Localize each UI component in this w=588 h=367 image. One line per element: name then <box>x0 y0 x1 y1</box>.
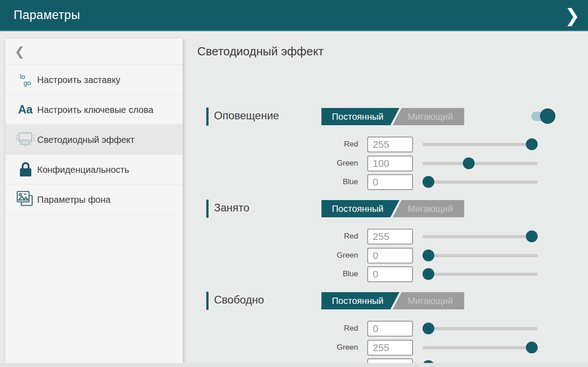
segment-blinking-label: Мигающий <box>396 204 464 214</box>
channel-slider[interactable] <box>423 154 538 173</box>
segment-blinking-label: Мигающий <box>396 296 464 306</box>
slider-track <box>423 162 538 165</box>
slider-thumb[interactable] <box>526 138 538 150</box>
mode-segmented-control: Мигающий Постоянный <box>321 200 464 217</box>
channel-slider[interactable] <box>423 227 538 246</box>
sidebar-item-label: Параметры фона <box>37 194 111 206</box>
channel-label: Green <box>301 338 358 357</box>
channel-label: Blue <box>301 264 358 284</box>
sidebar-item-3[interactable]: Конфиденциальность <box>5 155 183 185</box>
channel-value-input[interactable] <box>367 137 413 152</box>
sidebar-item-label: Светодиодный эффект <box>37 134 135 146</box>
channel-slider[interactable] <box>423 172 538 191</box>
led-section-0: Оповещение Мигающий Постоянный Red Green… <box>197 106 588 196</box>
back-chevron-icon: ❮ <box>15 44 25 59</box>
mode-segmented-control: Мигающий Постоянный <box>321 292 464 309</box>
forward-chevron-icon[interactable]: ❯ <box>564 4 580 27</box>
channel-slider[interactable] <box>423 135 538 154</box>
sidebar-item-1[interactable]: Aa Настроить ключевые слова <box>5 95 183 125</box>
toggle-knob <box>540 108 555 124</box>
section-title: Оповещение <box>214 109 279 122</box>
sidebar-menu: logo Настроить заставку Aa Настроить клю… <box>5 65 183 215</box>
channel-label: Blue <box>301 172 358 191</box>
slider-track <box>423 235 538 238</box>
segment-constant-label: Постоянный <box>321 204 394 214</box>
led-effect-icon <box>15 132 36 148</box>
sidebar-item-4[interactable]: Параметры фона <box>5 185 183 215</box>
slider-thumb[interactable] <box>423 250 434 261</box>
sidebar-item-2[interactable]: Светодиодный эффект <box>5 125 183 155</box>
channel-row-red: Red <box>197 227 588 246</box>
channel-label: Green <box>301 246 358 265</box>
channel-value-input[interactable] <box>367 321 413 337</box>
segment-constant-label: Постоянный <box>321 112 394 122</box>
sidebar-item-label: Настроить ключевые слова <box>37 104 153 116</box>
sidebar-item-label: Настроить заставку <box>37 74 120 86</box>
slider-track <box>423 254 538 257</box>
channel-label: Red <box>301 135 358 154</box>
background-icon <box>16 190 35 209</box>
channel-slider[interactable] <box>423 246 538 265</box>
channel-row-green: Green <box>197 246 588 265</box>
section-title: Занято <box>214 201 249 214</box>
main-content: Светодиодный эффект Оповещение Мигающий … <box>197 39 588 367</box>
channel-row-blue: Blue <box>197 264 588 284</box>
page-title: Параметры <box>0 8 80 22</box>
app-header: Параметры ❯ <box>0 0 588 31</box>
slider-thumb[interactable] <box>526 342 538 353</box>
channel-value-input[interactable] <box>367 248 413 264</box>
slider-thumb[interactable] <box>526 230 538 242</box>
section-accent-bar <box>206 108 209 126</box>
channel-row-red: Red <box>197 319 588 338</box>
channel-value-input[interactable] <box>367 156 413 171</box>
sidebar-back-button[interactable]: ❮ <box>5 39 183 65</box>
slider-thumb[interactable] <box>423 268 434 280</box>
channel-row-green: Green <box>197 154 588 173</box>
mode-segmented-control: Мигающий Постоянный <box>321 108 464 125</box>
slider-track <box>423 346 538 349</box>
channel-label: Green <box>301 154 358 173</box>
channel-label: Red <box>301 227 358 246</box>
slider-track <box>423 181 538 184</box>
content-title: Светодиодный эффект <box>197 44 324 59</box>
channel-value-input[interactable] <box>367 266 413 282</box>
channel-row-red: Red <box>197 135 588 154</box>
channel-value-input[interactable] <box>367 340 413 356</box>
sidebar: ❮ logo Настроить заставку Aa Настроить к… <box>5 39 183 363</box>
led-section-2: Свободно Мигающий Постоянный Red Green B… <box>197 290 588 367</box>
settings-screen: Параметры ❯ ❮ logo Настроить заставку Aa… <box>0 0 588 367</box>
sidebar-item-0[interactable]: logo Настроить заставку <box>5 65 183 95</box>
channel-value-input[interactable] <box>367 174 413 190</box>
section-accent-bar <box>206 200 209 218</box>
section-title: Свободно <box>214 294 264 306</box>
channel-row-green: Green <box>197 338 588 357</box>
bottom-strip <box>0 363 588 367</box>
channel-label: Red <box>301 319 358 338</box>
segment-constant-label: Постоянный <box>321 296 394 306</box>
segment-blinking-label: Мигающий <box>396 112 464 122</box>
slider-thumb[interactable] <box>423 323 434 334</box>
enable-toggle[interactable] <box>531 108 559 124</box>
slider-track <box>423 143 538 146</box>
channel-slider[interactable] <box>423 338 538 357</box>
channel-value-input[interactable] <box>367 229 413 245</box>
section-accent-bar <box>206 292 209 310</box>
slider-thumb[interactable] <box>463 157 475 169</box>
logo-icon: logo <box>20 73 31 86</box>
keywords-icon: Aa <box>18 103 33 116</box>
slider-track <box>423 273 538 276</box>
channel-row-blue: Blue <box>197 172 588 191</box>
channel-slider[interactable] <box>423 319 538 338</box>
sidebar-item-label: Конфиденциальность <box>37 164 129 176</box>
lock-icon <box>19 161 32 178</box>
slider-track <box>423 327 538 330</box>
led-section-1: Занято Мигающий Постоянный Red Green Blu… <box>197 198 588 289</box>
channel-slider[interactable] <box>423 264 538 284</box>
slider-thumb[interactable] <box>423 176 434 188</box>
